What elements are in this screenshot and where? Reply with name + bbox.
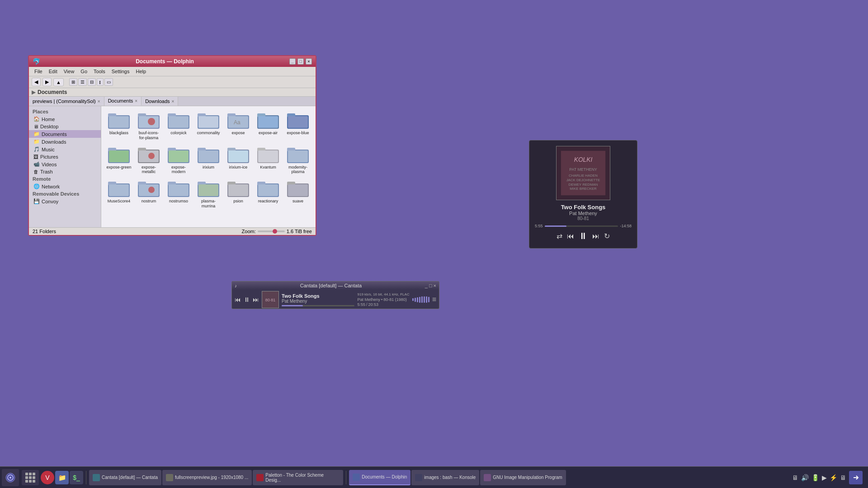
cantata-minimize-button[interactable]: _ bbox=[425, 283, 428, 288]
forward-button[interactable]: ▶ bbox=[42, 78, 52, 86]
tab-downloads-close[interactable]: × bbox=[172, 99, 175, 104]
folder-label-kvantum: Kvantum bbox=[260, 165, 276, 170]
taskbar-dolphin-icon[interactable]: 📁 bbox=[55, 471, 69, 484]
folder-expose-modern[interactable]: expose-modern bbox=[165, 144, 193, 177]
folder-expose-air[interactable]: expose-air bbox=[254, 110, 282, 142]
folder-reactionary[interactable]: reactionary bbox=[254, 178, 282, 211]
menu-help[interactable]: Help bbox=[133, 68, 149, 75]
zoom-label: Zoom: bbox=[242, 229, 256, 234]
menu-edit[interactable]: Edit bbox=[46, 68, 60, 75]
folder-expose[interactable]: Aa expose bbox=[224, 110, 252, 142]
svg-text:PAT METHENY: PAT METHENY bbox=[569, 167, 597, 172]
taskbar-task-cantata[interactable]: Cantata [default] — Cantata bbox=[89, 470, 161, 485]
detail-view-button[interactable]: ☰ bbox=[78, 78, 87, 86]
tab-previews[interactable]: previews | (CommonalitySol) × bbox=[29, 97, 104, 106]
zoom-slider[interactable] bbox=[258, 230, 285, 232]
folder-expose-metallic[interactable]: expose-metallic bbox=[135, 144, 163, 177]
sidebar-item-trash[interactable]: 🗑 Trash bbox=[29, 168, 101, 175]
sidebar-item-home[interactable]: 🏠 Home bbox=[29, 115, 101, 123]
folder-modemity[interactable]: modemity-plasma bbox=[284, 144, 312, 177]
volume-icon[interactable]: 🔊 bbox=[801, 474, 809, 481]
minimize-button[interactable]: _ bbox=[289, 58, 296, 65]
menu-go[interactable]: Go bbox=[78, 68, 90, 75]
next-button[interactable]: ⏭ bbox=[592, 232, 599, 240]
gimp-task-label: GNU Image Manipulation Program bbox=[493, 475, 562, 480]
tab-documents-close[interactable]: × bbox=[135, 99, 137, 103]
folder-kvantum[interactable]: Kvantum bbox=[254, 144, 282, 177]
sidebar-item-convoy[interactable]: 💾 Convoy bbox=[29, 197, 101, 205]
taskbar-vivaldi-icon[interactable]: V bbox=[41, 471, 54, 484]
tab-documents-label: Documents bbox=[108, 98, 133, 103]
home-icon: 🏠 bbox=[33, 116, 40, 122]
tab-documents[interactable]: Documents × bbox=[104, 97, 142, 106]
taskbar-launcher[interactable] bbox=[2, 469, 19, 486]
folder-suave[interactable]: suave bbox=[284, 178, 312, 211]
split-view-button[interactable]: ⫿ bbox=[97, 78, 104, 86]
taskbar-task-konsole[interactable]: images : bash — Konsole bbox=[411, 470, 479, 485]
system-tray-icon-1[interactable]: 🖥 bbox=[792, 474, 798, 481]
close-button[interactable]: × bbox=[306, 58, 312, 65]
cantata-mini-progress[interactable] bbox=[282, 305, 354, 306]
sidebar-item-downloads[interactable]: 📁 Downloads bbox=[29, 138, 101, 145]
taskbar-terminal-icon[interactable]: $_ bbox=[70, 471, 83, 484]
cantata-maximize-button[interactable]: □ bbox=[429, 283, 432, 288]
folder-label-commonality: commonality bbox=[197, 131, 220, 136]
prev-button[interactable]: ⏮ bbox=[567, 232, 574, 240]
sidebar-item-desktop[interactable]: 🖥 Desktop bbox=[29, 123, 101, 130]
taskbar-end-button[interactable] bbox=[849, 471, 863, 484]
icon-view-button[interactable]: ⊞ bbox=[69, 78, 77, 86]
taskbar-task-paletton[interactable]: Paletton - The Color Scheme Desig... bbox=[253, 470, 343, 485]
sidebar-item-network[interactable]: 🌐 Network bbox=[29, 183, 101, 190]
folder-irixium[interactable]: irixium bbox=[194, 144, 222, 177]
svg-text:Aa: Aa bbox=[234, 119, 241, 126]
display-icon[interactable]: 🖥 bbox=[840, 474, 846, 481]
taskbar-task-preview[interactable]: fullscreenpreview.jpg - 868x488 ... bbox=[162, 470, 252, 485]
cantata-big-bar[interactable] bbox=[545, 225, 618, 227]
folder-expose-green[interactable]: expose-green bbox=[105, 144, 133, 177]
play-icon[interactable]: ▶ bbox=[822, 474, 827, 481]
repeat-button[interactable]: ↻ bbox=[604, 232, 610, 240]
folder-buuf[interactable]: buuf-icons-for-plasma bbox=[135, 110, 163, 142]
menu-settings[interactable]: Settings bbox=[109, 68, 132, 75]
sidebar-item-videos[interactable]: 📹 Videos bbox=[29, 160, 101, 168]
battery-icon[interactable]: 🔋 bbox=[811, 474, 819, 481]
folder-nostrum[interactable]: nostrum bbox=[135, 178, 163, 211]
sidebar-item-pictures[interactable]: 🖼 Pictures bbox=[29, 153, 101, 160]
cantata-menu-button[interactable]: ≡ bbox=[432, 296, 436, 304]
tab-previews-close[interactable]: × bbox=[98, 99, 100, 104]
maximize-button[interactable]: □ bbox=[297, 58, 304, 65]
pager-dot-2 bbox=[29, 473, 32, 475]
terminal-view-button[interactable]: ▭ bbox=[104, 78, 113, 86]
cantata-prev-button[interactable]: ⏮ bbox=[235, 296, 241, 303]
folder-psion[interactable]: psion bbox=[224, 178, 252, 211]
folder-musescore4[interactable]: MuseScore4 bbox=[105, 178, 133, 211]
menu-file[interactable]: File bbox=[32, 68, 45, 75]
play-pause-button[interactable]: ⏸ bbox=[579, 231, 588, 241]
folder-commonality[interactable]: commonality bbox=[194, 110, 222, 142]
cantata-close-button[interactable]: × bbox=[434, 283, 436, 288]
bluetooth-icon[interactable]: ⚡ bbox=[830, 474, 837, 481]
folder-expose-blue[interactable]: expose-blue bbox=[284, 110, 312, 142]
svg-text:MIKE BRECKER: MIKE BRECKER bbox=[570, 187, 597, 191]
sidebar-item-documents[interactable]: 📁 Documents bbox=[29, 130, 101, 138]
folder-irixium-ice[interactable]: irixium-ice bbox=[224, 144, 252, 177]
sidebar-item-music[interactable]: 🎵 Music bbox=[29, 145, 101, 153]
folder-nostrumso[interactable]: nostrumso bbox=[165, 178, 193, 211]
back-button[interactable]: ◀ bbox=[32, 78, 41, 86]
taskbar-task-gimp[interactable]: GNU Image Manipulation Program bbox=[480, 470, 566, 485]
menu-view[interactable]: View bbox=[61, 68, 77, 75]
tab-downloads[interactable]: Downloads × bbox=[142, 97, 178, 106]
svg-rect-41 bbox=[258, 150, 278, 162]
cantata-next-button[interactable]: ⏭ bbox=[253, 296, 259, 303]
folder-plasma-murrina[interactable]: plasma-murrina bbox=[194, 178, 222, 211]
pager-dots[interactable] bbox=[24, 471, 37, 484]
column-view-button[interactable]: ⊟ bbox=[88, 78, 96, 86]
folder-blackglass[interactable]: blackglass bbox=[105, 110, 133, 142]
menu-tools[interactable]: Tools bbox=[91, 68, 108, 75]
folder-colorpick[interactable]: colorpick bbox=[165, 110, 193, 142]
up-button[interactable]: ▲ bbox=[53, 78, 64, 86]
taskbar-task-dolphin[interactable]: Documents — Dolphin bbox=[349, 470, 410, 485]
cantata-play-button[interactable]: ⏸ bbox=[244, 296, 250, 303]
folder-label-expose: expose bbox=[231, 131, 245, 136]
shuffle-button[interactable]: ⇄ bbox=[557, 232, 562, 240]
